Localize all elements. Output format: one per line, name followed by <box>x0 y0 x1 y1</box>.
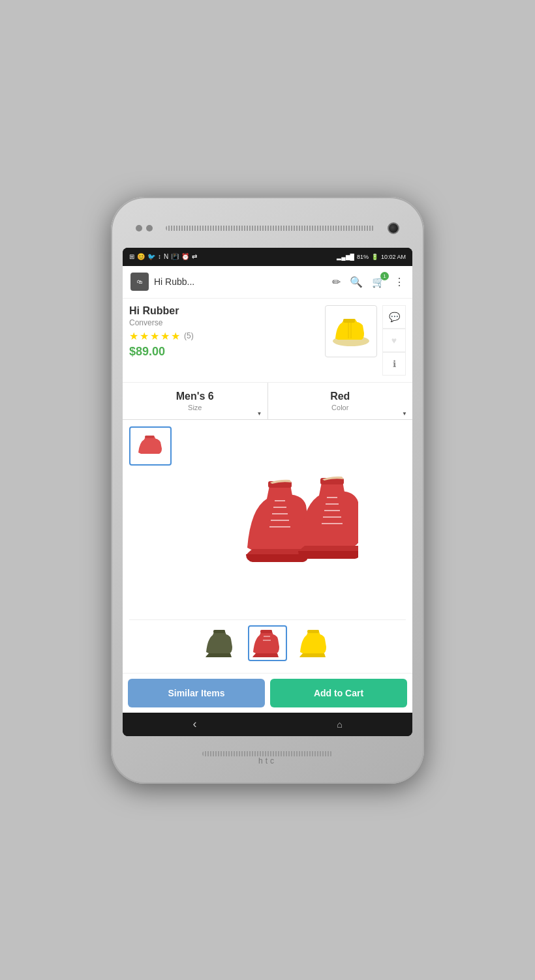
app-header-title: Hi Rubb... <box>154 276 327 287</box>
back-nav-icon: ⊞ <box>129 253 134 260</box>
alarm-icon: ⏰ <box>181 253 189 260</box>
phone-device: ⊞ 😊 🐦 ↕ N 📳 ⏰ ⇄ ▂▄▆█ 81% 🔋 10:02 AM 🛍 <box>111 197 424 784</box>
time-display: 10:02 AM <box>381 254 406 260</box>
color-value: Red <box>275 391 406 402</box>
thumbnail-column <box>129 426 175 617</box>
front-camera <box>388 222 399 234</box>
battery-percent: 81% <box>357 254 369 260</box>
logo-icon: 🛍 <box>137 279 142 285</box>
svg-rect-21 <box>307 630 319 633</box>
color-arrow-icon: ▼ <box>402 411 407 417</box>
review-count: (5) <box>184 331 194 340</box>
product-thumbnail <box>325 305 377 357</box>
speaker-dot-1 <box>136 225 142 231</box>
nav-bar: ‹ ⌂ <box>123 713 412 736</box>
side-actions: 💬 ♥ ℹ <box>382 305 406 376</box>
cart-button[interactable]: 🛒 1 <box>372 276 385 288</box>
gallery-main <box>129 426 406 617</box>
color-label: Color <box>275 404 406 411</box>
data-icon: ↕ <box>158 253 161 260</box>
header-icons: ✏ 🔍 🛒 1 ⋮ <box>332 276 405 288</box>
olive-shoe-svg <box>204 627 237 659</box>
speaker-dot-2 <box>146 225 153 231</box>
color-options <box>129 619 406 666</box>
sync-icon: ⇄ <box>192 253 197 260</box>
menu-button[interactable]: ⋮ <box>394 276 405 288</box>
status-bar: ⊞ 😊 🐦 ↕ N 📳 ⏰ ⇄ ▂▄▆█ 81% 🔋 10:02 AM <box>123 248 412 266</box>
size-value: Men's 6 <box>129 391 261 402</box>
info-icon: ℹ <box>393 359 396 369</box>
size-label: Size <box>129 404 261 411</box>
product-gallery <box>123 420 412 673</box>
info-button[interactable]: ℹ <box>382 352 406 376</box>
phone-bottom <box>123 736 412 772</box>
thumb-selected[interactable] <box>129 426 172 466</box>
main-shoe-svg <box>228 469 358 574</box>
vibrate-icon: 📳 <box>171 253 179 260</box>
svg-rect-18 <box>260 630 272 633</box>
color-option-olive[interactable] <box>201 625 240 661</box>
color-option-red[interactable] <box>248 625 287 661</box>
status-icons-left: ⊞ 😊 🐦 ↕ N 📳 ⏰ ⇄ <box>129 253 197 260</box>
product-info: Hi Rubber Converse ★ ★ ★ ★ ★ (5) $89.00 <box>129 305 320 376</box>
chat-icon: 💬 <box>389 312 400 322</box>
chat-button[interactable]: 💬 <box>382 305 406 329</box>
star-1: ★ <box>129 330 138 342</box>
bottom-actions: Similar Items Add to Cart <box>123 673 412 713</box>
size-arrow-icon: ▼ <box>257 411 262 417</box>
edit-button[interactable]: ✏ <box>332 276 341 288</box>
favorite-button[interactable]: ♥ <box>382 329 406 352</box>
htc-brand-label: htc <box>258 756 277 765</box>
thumb-shoe-svg <box>134 432 167 460</box>
similar-items-button[interactable]: Similar Items <box>128 679 265 707</box>
product-name: Hi Rubber <box>129 305 320 317</box>
status-icons-right: ▂▄▆█ 81% 🔋 10:02 AM <box>337 254 406 260</box>
product-section: Hi Rubber Converse ★ ★ ★ ★ ★ (5) $89.00 <box>123 299 412 383</box>
search-button[interactable]: 🔍 <box>350 276 363 288</box>
add-to-cart-button[interactable]: Add to Cart <box>270 679 407 707</box>
heart-icon: ♥ <box>391 335 397 346</box>
selector-row: Men's 6 Size ▼ Red Color ▼ <box>123 383 412 420</box>
product-price: $89.00 <box>129 345 320 359</box>
app-logo: 🛍 <box>130 273 149 291</box>
product-thumb-svg <box>329 312 373 350</box>
star-4: ★ <box>160 330 170 342</box>
signal-icon: ▂▄▆█ <box>337 254 354 260</box>
home-button[interactable]: ⌂ <box>337 719 342 730</box>
phone-top <box>123 209 412 248</box>
red-shoe-svg <box>251 627 284 659</box>
color-option-yellow[interactable] <box>295 625 334 661</box>
svg-rect-1 <box>343 319 355 323</box>
messenger-icon: 😊 <box>137 253 145 260</box>
battery-icon: 🔋 <box>371 254 378 260</box>
speaker-grille-top <box>166 226 374 231</box>
svg-rect-17 <box>213 630 225 633</box>
yellow-shoe-svg <box>298 627 331 659</box>
star-3: ★ <box>150 330 159 342</box>
cart-badge: 1 <box>380 272 389 280</box>
speaker-dots <box>136 225 153 231</box>
app-screen: 🛍 Hi Rubb... ✏ 🔍 🛒 1 ⋮ Hi Rubber Co <box>123 266 412 713</box>
size-selector[interactable]: Men's 6 Size ▼ <box>123 383 268 419</box>
nfc-icon: N <box>164 253 168 260</box>
back-button[interactable]: ‹ <box>192 717 196 731</box>
screen: ⊞ 😊 🐦 ↕ N 📳 ⏰ ⇄ ▂▄▆█ 81% 🔋 10:02 AM 🛍 <box>123 248 412 736</box>
star-5: ★ <box>171 330 180 342</box>
product-brand: Converse <box>129 318 320 327</box>
twitter-icon: 🐦 <box>147 253 155 260</box>
color-selector[interactable]: Red Color ▼ <box>268 383 413 419</box>
main-image-area <box>180 426 406 617</box>
app-header: 🛍 Hi Rubb... ✏ 🔍 🛒 1 ⋮ <box>123 266 412 299</box>
star-2: ★ <box>140 330 149 342</box>
svg-rect-4 <box>145 436 154 438</box>
product-rating: ★ ★ ★ ★ ★ (5) <box>129 330 320 342</box>
